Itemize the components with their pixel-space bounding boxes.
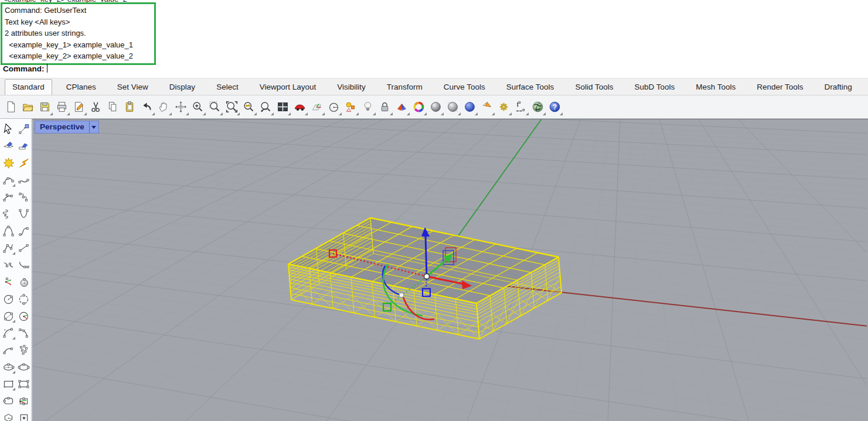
zoom-dynamic-button[interactable] [189,98,206,117]
named-view-button[interactable] [291,98,308,117]
polygon-center-button[interactable] [1,409,16,421]
parabola-button[interactable] [1,223,16,239]
circle-deformable-button[interactable] [16,290,31,307]
tab-display[interactable]: Display [162,80,202,95]
point-grid-button[interactable] [16,341,31,358]
viewport-canvas[interactable] [32,119,867,421]
ellipse-center-icon [1,358,16,375]
paste-button[interactable] [121,98,138,117]
show-object-button[interactable] [16,138,31,154]
tab-render-tools[interactable]: Render Tools [750,80,810,95]
viewport-menu-button[interactable] [89,121,98,133]
command-prompt[interactable]: Command: [3,64,47,73]
rectangle-direction-button[interactable] [16,392,31,409]
zoom-dynamic-icon [189,98,206,117]
circle-point-button[interactable] [16,273,31,290]
tab-solid-tools[interactable]: Solid Tools [568,80,620,95]
rectangle-3pt-button[interactable] [16,375,31,392]
tab-subd-tools[interactable]: SubD Tools [627,80,682,95]
tab-viewport-layout[interactable]: Viewport Layout [253,80,324,95]
circle-diameter-button[interactable] [1,307,16,324]
arc-tangent-button[interactable] [1,341,16,358]
smash-button[interactable] [16,155,31,171]
rendered-viewport-button[interactable] [461,98,478,117]
export-notes-button[interactable] [70,98,87,117]
print-button[interactable] [53,98,70,117]
polyline-points-button[interactable] [16,189,31,205]
arc-center-button[interactable] [1,324,16,341]
rectangle-rounded-button[interactable] [1,392,16,409]
zoom-extents-button[interactable] [223,98,240,117]
undo-view-change-button[interactable] [257,98,274,117]
tab-transform[interactable]: Transform [380,80,430,95]
save-file-button[interactable] [36,98,53,117]
pan-view-button[interactable] [155,98,172,117]
curve-s-button[interactable] [16,223,31,239]
helix-button[interactable] [1,206,16,222]
zoom-window-button[interactable] [206,98,223,117]
layer-wedge-button[interactable] [393,98,410,117]
tab-surface-tools[interactable]: Surface Tools [499,80,561,95]
earth-globe-icon [529,98,546,117]
circle-radius-button[interactable] [1,290,16,307]
move-scale-button[interactable] [16,121,31,137]
arc-3pt-button[interactable] [16,324,31,341]
tab-visibility[interactable]: Visibility [330,80,373,95]
options-gear-button[interactable] [495,98,512,117]
viewport-title-tab[interactable]: Perspective [35,121,99,134]
point-direction-button[interactable] [1,273,16,290]
viewport-title[interactable]: Perspective [35,121,89,133]
export-notes-icon [70,98,87,117]
ellipse-diameter-button[interactable] [16,358,31,375]
gumball-z-arrow[interactable] [426,235,427,276]
color-wheel-button[interactable] [410,98,427,117]
curve-segments-button[interactable] [16,172,31,188]
new-file-button[interactable] [2,98,19,117]
tab-set-view[interactable]: Set View [110,80,155,95]
help-button[interactable]: ? [546,98,563,117]
viewport-layout-button[interactable] [274,98,291,117]
earth-globe-button[interactable] [529,98,546,117]
gumball-origin[interactable] [424,274,430,279]
object-snap-button[interactable] [342,98,359,117]
open-file-button[interactable] [19,98,36,117]
tab-standard[interactable]: Standard [5,79,52,95]
tab-select[interactable]: Select [209,80,246,95]
arc-blend-button[interactable] [16,256,31,273]
blend-curve-button[interactable] [1,256,16,273]
tab-drafting[interactable]: Drafting [818,80,859,95]
viewport-perspective[interactable]: Perspective [32,119,868,421]
cplane-button[interactable] [308,98,325,117]
tab-cplanes[interactable]: CPlanes [59,80,103,95]
lock-objects-icon [376,98,393,117]
circle-direction-button[interactable] [16,307,31,324]
cut-button[interactable] [87,98,104,117]
copy-button[interactable] [104,98,121,117]
polyline-button[interactable] [1,239,16,256]
rectangle-corner-button[interactable] [1,375,16,392]
shaded-viewport-button[interactable] [427,98,444,117]
save-file-icon [36,98,53,117]
zoom-selected-button[interactable] [240,98,257,117]
ghosted-viewport-button[interactable] [444,98,461,117]
line-button[interactable] [16,239,31,256]
undo-button[interactable] [138,98,155,117]
dimension-button[interactable] [512,98,529,117]
polygon-edge-button[interactable] [16,409,31,421]
tab-mesh-tools[interactable]: Mesh Tools [689,80,743,95]
curve-points-button[interactable] [1,172,16,188]
circle-tool-button[interactable] [325,98,342,117]
ellipse-center-button[interactable] [1,358,16,375]
render-cone-button[interactable] [478,98,495,117]
gumball-free-dot[interactable] [399,293,404,297]
lights-button[interactable] [359,98,376,117]
arc-points-button[interactable] [1,189,16,205]
circle-deformable-icon [16,290,31,307]
explode-button[interactable] [1,155,16,171]
tab-curve-tools[interactable]: Curve Tools [437,80,492,95]
hide-object-button[interactable] [1,138,16,154]
lock-objects-button[interactable] [376,98,393,117]
select-button[interactable] [1,121,16,137]
rotate-view-button[interactable] [172,98,189,117]
curve-v-button[interactable] [16,206,31,222]
